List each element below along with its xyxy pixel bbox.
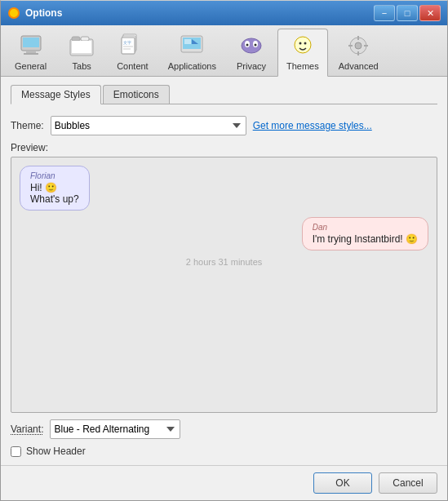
close-button[interactable]: ✕ — [419, 5, 441, 21]
show-header-label: Show Header — [26, 446, 86, 457]
svg-rect-9 — [72, 41, 91, 53]
applications-icon — [179, 33, 205, 59]
tab-emoticons[interactable]: Emoticons — [103, 85, 170, 104]
variant-label: Variant: — [11, 423, 43, 435]
general-icon — [18, 33, 44, 59]
privacy-icon — [238, 33, 264, 59]
preview-label: Preview: — [11, 142, 437, 153]
svg-rect-4 — [26, 51, 36, 53]
general-label: General — [15, 61, 47, 71]
show-header-checkbox[interactable] — [11, 446, 21, 457]
footer: OK Cancel — [1, 465, 447, 500]
applications-label: Applications — [168, 61, 216, 71]
svg-rect-3 — [23, 38, 39, 47]
svg-point-1 — [10, 9, 18, 17]
toolbar-item-privacy[interactable]: Privacy — [227, 29, 276, 76]
svg-rect-5 — [24, 53, 38, 55]
tab-message-styles[interactable]: Message Styles — [11, 85, 101, 104]
svg-point-23 — [246, 44, 249, 47]
svg-point-26 — [299, 42, 301, 45]
variant-select[interactable]: Blue - Red Alternating Red Alternating B… — [50, 419, 180, 439]
svg-point-20 — [242, 38, 261, 53]
svg-rect-33 — [364, 45, 368, 47]
themes-icon — [290, 33, 316, 59]
toolbar-item-applications[interactable]: Applications — [159, 29, 225, 76]
preview-box: Florian Hi! 🙂 What's up? Dan I'm trying … — [11, 157, 437, 413]
window-title: Options — [25, 7, 369, 19]
dan-sender: Dan — [313, 223, 418, 232]
cancel-button[interactable]: Cancel — [379, 472, 437, 494]
svg-point-27 — [304, 42, 306, 45]
tabs-label: Tabs — [73, 61, 91, 71]
advanced-label: Advanced — [339, 61, 379, 71]
svg-rect-18 — [184, 39, 191, 44]
maximize-button[interactable]: □ — [397, 5, 418, 21]
window-icon — [7, 7, 20, 20]
tabs-icon — [69, 33, 95, 59]
svg-rect-30 — [357, 36, 359, 40]
preview-section: Preview: Florian Hi! 🙂 What's up? Dan I'… — [11, 142, 437, 413]
advanced-icon — [345, 33, 371, 59]
minimize-button[interactable]: − — [374, 5, 395, 21]
content-area: Message Styles Emoticons Theme: Bubbles … — [1, 77, 447, 465]
toolbar-item-themes[interactable]: Themes — [277, 29, 328, 77]
get-more-styles-link[interactable]: Get more message styles... — [253, 120, 372, 131]
svg-text:文字: 文字 — [123, 40, 131, 45]
florian-text-1: Hi! 🙂 — [30, 182, 79, 193]
svg-point-29 — [355, 42, 362, 49]
toolbar-item-advanced[interactable]: Advanced — [330, 29, 388, 76]
svg-point-25 — [295, 37, 311, 53]
theme-label: Theme: — [11, 120, 44, 131]
content-icon: 文字 — [119, 33, 145, 59]
theme-row: Theme: Bubbles Get more message styles..… — [11, 116, 437, 135]
svg-rect-32 — [348, 45, 353, 47]
toolbar-item-content[interactable]: 文字 Content — [108, 29, 157, 76]
svg-rect-7 — [72, 37, 80, 41]
themes-label: Themes — [286, 61, 319, 71]
privacy-label: Privacy — [237, 61, 266, 71]
svg-rect-31 — [357, 51, 359, 55]
tabs-row: Message Styles Emoticons — [11, 85, 437, 104]
preview-timestamp: 2 hours 31 minutes — [20, 257, 428, 267]
svg-rect-8 — [81, 37, 89, 41]
svg-point-24 — [255, 44, 257, 47]
options-window: Options − □ ✕ General — [0, 0, 448, 501]
ok-button[interactable]: OK — [313, 472, 372, 494]
title-bar: Options − □ ✕ — [1, 1, 447, 25]
toolbar-item-tabs[interactable]: Tabs — [57, 29, 106, 76]
theme-select[interactable]: Bubbles — [51, 116, 246, 135]
show-header-row: Show Header — [11, 446, 437, 457]
chat-bubble-dan: Dan I'm trying Instantbird! 🙂 — [302, 217, 428, 250]
content-label: Content — [117, 61, 149, 71]
dan-text-1: I'm trying Instantbird! 🙂 — [313, 233, 418, 245]
florian-sender: Florian — [30, 171, 79, 180]
chat-bubble-florian: Florian Hi! 🙂 What's up? — [20, 166, 90, 211]
florian-text-2: What's up? — [30, 193, 79, 205]
variant-row: Variant: Blue - Red Alternating Red Alte… — [11, 419, 437, 439]
toolbar-item-general[interactable]: General — [6, 29, 55, 76]
toolbar: General Tabs 文字 — [1, 25, 447, 77]
window-controls: − □ ✕ — [374, 5, 441, 21]
